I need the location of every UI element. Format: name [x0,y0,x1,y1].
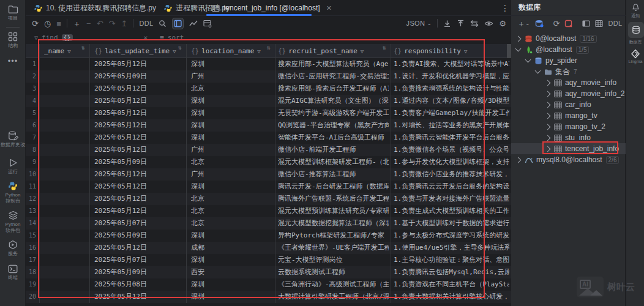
table-row[interactable]: 52025年05月12日深圳无畏契约手游-高级游戏客户端开发工程师-1.负责客户… [26,107,511,119]
refresh-icon[interactable]: ⟳ [32,20,39,28]
cell-resp[interactable]: 1.设计、开发和优化机器学习模型，应用于微 [394,70,509,83]
ddl-button[interactable]: DDL [608,20,622,27]
table-row[interactable]: 122025年05月12日北京腾讯海外广告联盟-系统后台开发工程师1.负责与开发… [26,193,511,205]
cell-name[interactable] [44,193,88,205]
cell-post[interactable]: 《三角洲行动》-高级测试工程师（主机） [278,278,389,291]
cell-resp[interactable]: 1.负责大数据相关计算引擎核心研发，为腾 [394,291,509,303]
cell-resp[interactable]: 1.负责游戏在不同主机平台（PlayStation [394,278,509,291]
sort-toggle-icon[interactable]: ⇅ [383,44,386,51]
cell-num[interactable]: 3 [26,83,36,95]
sidebar-item-database-changes[interactable]: 数据库更改 [0,131,26,148]
cell-num[interactable]: 17 [26,254,36,266]
cell-date[interactable]: 2025年05月09日 [94,70,184,83]
cell-city[interactable]: 深圳 [191,230,273,242]
auto-refresh-icon[interactable]: ◷ [44,20,51,28]
cell-date[interactable]: 2025年05月09日 [94,266,184,278]
column-header-location_name[interactable]: {}location_name▽ [191,44,266,58]
cell-city[interactable]: 北京 [191,205,273,217]
cell-city[interactable]: 深圳 [191,181,273,193]
cell-num[interactable]: 9 [26,156,36,168]
cell-resp[interactable]: 1.负责腾讯云智能体开发平台后台服务架构 [394,132,509,144]
sort-toggle-icon[interactable]: ⇅ [178,44,182,51]
database-tool-button[interactable] [628,22,644,38]
table-row[interactable]: 102025年05月12日广州微信小店-推荐算法工程师1.负责微信小店业务的推荐… [26,168,511,181]
export-format-selector[interactable]: JSON ⌄ [406,20,432,27]
cell-num[interactable]: 18 [26,266,36,278]
search-icon[interactable] [159,20,167,28]
sidebar-item-python-packages[interactable]: Python软件包 [0,211,26,234]
import-upload-icon[interactable] [457,20,465,28]
cell-num[interactable]: 8 [26,144,36,156]
cell-num[interactable]: 20 [26,291,36,303]
cell-post[interactable]: 异构Pytorch框架研发工程师/专家 [278,230,389,242]
cell-num[interactable]: 2 [26,70,36,83]
column-header-recruit_post_name[interactable]: {}recruit_post_name▽ [278,44,382,58]
chevron-right-icon[interactable] [545,146,551,152]
cell-name[interactable] [44,107,88,119]
data-transfer-icon[interactable] [470,20,479,28]
cell-city[interactable]: 北京 [191,217,273,230]
cell-city[interactable]: 广州 [191,144,273,156]
cell-resp[interactable]: 1.负责与开发者对接海外广告联盟流量的接入 [394,193,509,205]
cell-post[interactable]: 搜索应用部-搜索后台开发工程师（AI问答 [278,83,389,95]
table-grid-icon[interactable] [595,20,603,28]
sidebar-item-python-console[interactable]: Python控制台 [0,181,26,204]
db-tree-item-@localhost[interactable]: @localhost1/5 [511,44,626,55]
cell-resp[interactable]: 1.负责AI搜索、大模型对话等场景中AI Ag [394,58,509,70]
cell-name[interactable] [44,58,88,70]
tab-file-1[interactable]: 10. 使用进程获取腾讯招聘信息.py [29,0,161,16]
cell-city[interactable]: 深圳 [191,291,273,303]
table-row[interactable]: 72025年05月12日深圳智能体开发平台-AI后台高级工程师1.负责腾讯云智能… [26,132,511,144]
table-row[interactable]: 22025年05月09日广州微信小店-应用研究工程师-交易治理方向1.设计、开发… [26,70,511,83]
panel-layout-icon[interactable] [582,20,590,28]
cell-resp[interactable]: 1.负责搜索增强系统的架构设计与性能调优， [394,83,509,95]
cell-date[interactable]: 2025年05月12日 [94,58,184,70]
cell-resp[interactable]: 1.参与开发优化大模型训练框架，支持单任 [394,156,509,168]
cell-date[interactable]: 2025年05月09日 [94,230,184,242]
cell-date[interactable]: 2025年05月12日 [94,95,184,107]
stop-icon[interactable]: ■ [56,20,61,28]
cell-city[interactable]: 西安 [191,266,273,278]
cell-resp[interactable]: 1.负责腾讯云包括Mysql,Redis,云原生DB [394,266,509,278]
filter-placeholder[interactable]: find [42,34,58,42]
cell-num[interactable]: 16 [26,242,36,254]
cell-post[interactable]: 元宝-大模型评测岗位 [278,254,389,266]
cell-num[interactable]: 4 [26,95,36,107]
cell-date[interactable]: 2025年05月12日 [94,193,184,205]
sort-toggle-icon[interactable]: ⇅ [81,44,85,51]
cell-name[interactable] [44,278,88,291]
cell-num[interactable]: 19 [26,278,36,291]
delete-row-icon[interactable]: − [86,20,91,28]
cell-name[interactable] [44,254,88,266]
db-tree-item--[interactable]: 集合7 [511,66,626,77]
sidebar-item-services[interactable]: 服务 [0,240,26,257]
chevron-right-icon[interactable] [545,124,551,130]
cell-city[interactable]: 北京 [191,156,273,168]
cell-date[interactable]: 2025年05月12日 [94,132,184,144]
table-row[interactable]: 132025年05月12日北京混元大模型预训练算法研究员/专家研究员1.负责生成… [26,205,511,217]
cell-date[interactable]: 2025年05月12日 [94,291,184,303]
cell-city[interactable]: 北京 [191,193,273,205]
chevron-right-icon[interactable] [515,35,522,42]
cell-city[interactable]: 北京 [191,83,273,95]
cell-post[interactable]: QQ浏览器-平台治理专家（黑灰产方向） [278,119,389,132]
refresh-icon[interactable]: ⟳ [553,20,560,28]
add-datasource-icon[interactable]: ＋⌄ [517,20,530,28]
cell-post[interactable]: 混元AIGC算法研究员（文生图）（深圳/北 [278,95,389,107]
cell-date[interactable]: 2025年05月07日 [94,217,184,230]
db-tree-item-aqy_movie_info_2[interactable]: aqy_movie_info_2 [511,88,626,99]
cell-post[interactable]: 腾讯海外广告联盟-系统后台开发工程师 [278,193,389,205]
cell-date[interactable]: 2025年05月12日 [94,181,184,193]
chevron-right-icon[interactable] [545,91,551,97]
db-tree-item-tencent_job_info[interactable]: tencent_job_info [511,143,626,154]
cell-date[interactable]: 2025年05月09日 [94,156,184,168]
cell-resp[interactable]: 1.对增长、拉活等业务的黑灰产开展体系化 [394,119,509,132]
cell-name[interactable] [44,168,88,181]
filter-funnel-icon[interactable]: ▽ [464,48,467,54]
sidebar-item-terminal[interactable]: 终端 [0,264,26,281]
cell-city[interactable]: 深圳 [191,119,273,132]
ddl-button[interactable]: DDL [139,20,153,27]
lingma-button[interactable]: Lingma [626,49,644,64]
cell-resp[interactable]: 1.负责腾讯云云开发后台服务的架构设计与优 [394,181,509,193]
cell-city[interactable]: 深圳 [191,278,273,291]
